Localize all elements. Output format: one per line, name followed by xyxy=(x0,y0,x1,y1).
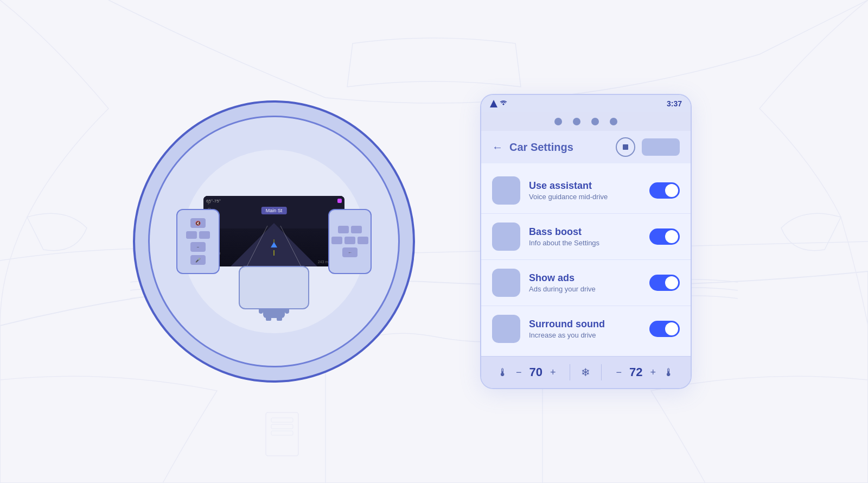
surround-sound-toggle-thumb xyxy=(665,322,678,335)
use-assistant-toggle-thumb xyxy=(665,184,678,197)
indicator-dot-4 xyxy=(610,118,617,125)
climate-left-section: 🌡 − 70 + xyxy=(497,365,559,379)
bass-boost-icon xyxy=(492,223,520,251)
mute-btn[interactable]: 🔇 xyxy=(190,218,206,228)
back-hw-btn[interactable]: ← xyxy=(342,247,358,257)
skip-back-btn[interactable] xyxy=(186,231,197,239)
climate-center-section: ❄ xyxy=(581,366,590,379)
wifi-icon xyxy=(500,100,507,107)
temp-left-value: 70 xyxy=(529,365,542,379)
svg-rect-20 xyxy=(277,316,282,321)
fan-icon: ❄ xyxy=(581,366,590,379)
bass-boost-title: Bass boost xyxy=(529,226,641,238)
bass-boost-toggle-thumb xyxy=(665,230,678,243)
temp-left-plus[interactable]: + xyxy=(547,366,559,379)
steering-left-controls: 🔇 − 🎤 xyxy=(176,209,220,274)
climate-right-section: − 72 + 🌡 xyxy=(612,365,674,379)
show-ads-icon xyxy=(492,269,520,297)
status-bar: 3:37 xyxy=(481,95,691,112)
status-time: 3:37 xyxy=(667,99,682,108)
surround-sound-title: Surround sound xyxy=(529,319,641,330)
climate-divider-2 xyxy=(601,364,602,380)
svg-rect-19 xyxy=(266,316,271,321)
list-btn[interactable] xyxy=(331,237,342,244)
settings-list: Use assistant Voice guidance mid-drive B… xyxy=(481,163,691,356)
nav-map: 65°-75° P R N D Main St xyxy=(203,196,344,266)
stop-button[interactable] xyxy=(616,137,635,157)
indicator-dot-3 xyxy=(591,118,599,125)
temp-right-plus[interactable]: + xyxy=(647,366,659,379)
steering-right-controls: ← xyxy=(328,209,372,274)
show-ads-title: Show ads xyxy=(529,272,641,284)
settings-panel: 3:37 ← Car Settings xyxy=(480,94,692,389)
steering-bottom-hub xyxy=(239,266,309,309)
show-ads-text: Show ads Ads during your drive xyxy=(529,272,641,293)
climate-divider-1 xyxy=(570,364,570,380)
header-bar: ← Car Settings xyxy=(481,131,691,163)
indicator-dot-2 xyxy=(573,118,580,125)
stop-icon xyxy=(622,143,629,151)
show-ads-toggle-thumb xyxy=(665,276,678,289)
bass-boost-desc: Info about the Settings xyxy=(529,239,641,247)
use-assistant-toggle[interactable] xyxy=(649,182,680,199)
back-arrow-icon: ← xyxy=(492,141,503,154)
navigation-screen: 65°-75° P R N D Main St xyxy=(203,196,344,266)
bass-boost-text: Bass boost Info about the Settings xyxy=(529,226,641,247)
down-btn[interactable] xyxy=(358,237,368,244)
nav-indicator xyxy=(337,199,342,203)
use-assistant-desc: Voice guidance mid-drive xyxy=(529,193,641,201)
show-ads-desc: Ads during your drive xyxy=(529,285,641,293)
header-action-button[interactable] xyxy=(642,138,680,156)
main-content: 65°-75° P R N D Main St xyxy=(0,0,868,483)
surround-sound-desc: Increase as you drive xyxy=(529,331,641,339)
status-icons xyxy=(490,100,507,107)
up-btn[interactable] xyxy=(351,226,362,233)
setting-item-bass-boost: Bass boost Info about the Settings xyxy=(481,214,691,260)
svg-marker-21 xyxy=(490,100,497,107)
bass-boost-toggle[interactable] xyxy=(649,228,680,245)
setting-item-use-assistant: Use assistant Voice guidance mid-drive xyxy=(481,168,691,214)
setting-item-surround-sound: Surround sound Increase as you drive xyxy=(481,306,691,352)
temp-right-minus[interactable]: − xyxy=(612,366,625,379)
heat-right-icon: 🌡 xyxy=(663,366,674,379)
surround-sound-icon xyxy=(492,315,520,343)
indicator-dot-1 xyxy=(554,118,562,125)
temp-left-minus[interactable]: − xyxy=(513,366,525,379)
surround-sound-text: Surround sound Increase as you drive xyxy=(529,319,641,339)
surround-sound-toggle[interactable] xyxy=(649,321,680,337)
dots-row xyxy=(481,112,691,131)
check-btn[interactable] xyxy=(344,237,355,244)
show-ads-toggle[interactable] xyxy=(649,275,680,291)
use-assistant-icon xyxy=(492,176,520,205)
setting-item-show-ads: Show ads Ads during your drive xyxy=(481,260,691,306)
back-button[interactable]: ← xyxy=(492,141,503,154)
heat-left-icon: 🌡 xyxy=(497,366,508,379)
nav-street-label: Main St xyxy=(261,207,287,214)
skip-fwd-btn[interactable] xyxy=(199,231,210,239)
page-title: Car Settings xyxy=(509,141,609,154)
climate-bar: 🌡 − 70 + ❄ − 72 + 🌡 xyxy=(481,356,691,388)
menu-btn[interactable] xyxy=(338,226,349,233)
vol-down-btn[interactable]: − xyxy=(190,242,206,252)
signal-icon xyxy=(490,100,497,107)
steering-wheel-section: 65°-75° P R N D Main St xyxy=(133,100,415,383)
use-assistant-title: Use assistant xyxy=(529,180,641,192)
temp-right-value: 72 xyxy=(629,365,642,379)
svg-rect-22 xyxy=(623,144,628,150)
voice-btn[interactable]: 🎤 xyxy=(190,255,206,265)
use-assistant-text: Use assistant Voice guidance mid-drive xyxy=(529,180,641,201)
